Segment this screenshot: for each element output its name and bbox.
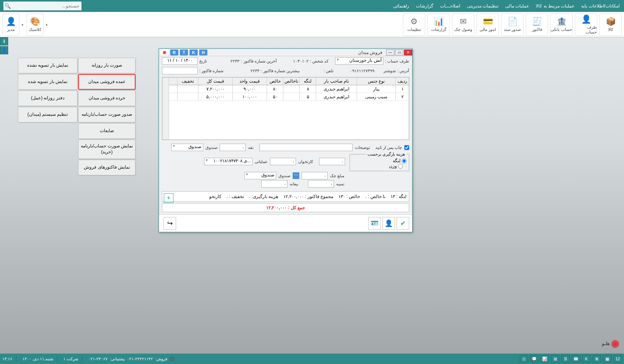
load-cost-group: هزینه بارگیری برحسب لنگه وزن bbox=[350, 152, 409, 171]
last-invoice-value: ۲۲۳۳ bbox=[230, 59, 239, 64]
load-cost-input[interactable]: . bbox=[319, 158, 345, 165]
footer-grid-icon[interactable]: ▦ bbox=[603, 355, 611, 363]
ribbon-button[interactable]: 👤طرف حساب bbox=[575, 13, 597, 36]
pos-input[interactable]: . bbox=[270, 158, 296, 165]
footer-f1-icon[interactable]: ☎ bbox=[572, 355, 580, 363]
grid-header-cell[interactable]: تخفیف bbox=[177, 77, 198, 85]
shortcut-chip[interactable]: T bbox=[180, 50, 188, 55]
footer-f4-icon[interactable]: 📊 bbox=[541, 355, 549, 363]
print-after-confirm-checkbox[interactable] bbox=[404, 145, 409, 150]
shortcut-chip[interactable]: H bbox=[199, 50, 207, 55]
user-icon[interactable]: 👤 bbox=[0, 46, 8, 54]
footer-cal-icon[interactable]: 12 bbox=[614, 355, 622, 363]
menu-item[interactable]: عملیات مالی bbox=[505, 3, 529, 9]
ribbon-button[interactable]: 📄صدور سند bbox=[501, 13, 523, 36]
ribbon-button[interactable]: 👤مدیر bbox=[2, 13, 19, 36]
table-row[interactable]: ۲سیب زمینیابراهیم حیدری۵۵۰۱۰۰,۰۰۰۵,۰۰۰,۰… bbox=[169, 93, 409, 101]
grid-header-cell[interactable]: لنگه bbox=[299, 77, 316, 85]
cheque-lookup-button[interactable]: ⋯ bbox=[293, 172, 299, 179]
search-icon[interactable]: 🔍 bbox=[3, 3, 12, 9]
grid-scrollbar[interactable] bbox=[162, 77, 169, 140]
grid-header-cell[interactable]: ردیف bbox=[395, 77, 409, 85]
customer-button[interactable]: 👤 bbox=[382, 217, 395, 230]
exit-button[interactable]: ↪ bbox=[163, 217, 176, 230]
cheque-input[interactable]: . bbox=[302, 172, 328, 179]
ribbon-button[interactable]: 📦کالا bbox=[599, 13, 622, 36]
by-weight-radio[interactable] bbox=[398, 164, 403, 169]
panel-button[interactable]: نمایش بار تسویه شده bbox=[18, 74, 77, 90]
grid-header-cell[interactable]: نام صاحب بار bbox=[316, 77, 357, 85]
grid-header-cell[interactable]: نوع جنس bbox=[357, 77, 395, 85]
grid-header-cell[interactable]: ناخالص bbox=[283, 77, 299, 85]
footer-f5-icon[interactable]: 💬 bbox=[530, 355, 538, 363]
panel-button[interactable]: صورت بار روزانه bbox=[78, 58, 136, 73]
footer-f3-icon[interactable]: ⊞ bbox=[551, 355, 559, 363]
invoice-no-input[interactable] bbox=[162, 67, 198, 74]
ribbon-label: فاکتور bbox=[532, 27, 542, 32]
by-lenge-radio[interactable] bbox=[402, 159, 407, 163]
footer-f2-icon[interactable]: 🗓 bbox=[561, 355, 570, 363]
ribbon-label: مدیر bbox=[7, 27, 15, 32]
ribbon-icon: 📦 bbox=[606, 17, 616, 26]
grid-header-cell[interactable]: خالص bbox=[267, 77, 283, 85]
person-code-label: کد شخص : bbox=[310, 59, 328, 64]
ribbon-icon: 🧾 bbox=[532, 17, 542, 26]
date-input[interactable]: ۱۴۰۰ / ۱۰ / ۱۱ bbox=[162, 57, 198, 65]
ribbon-label: کالا bbox=[608, 27, 613, 32]
close-icon[interactable]: ✕ bbox=[404, 50, 412, 55]
ribbon-button[interactable]: 🎨کلاسیک bbox=[26, 13, 44, 36]
operational-select[interactable]: ...ی ۱۰۰۲۱۸۱۷۴۷۴۰۸ bbox=[204, 158, 252, 165]
footer-doc-icon[interactable]: 🗎 bbox=[593, 355, 601, 363]
items-grid: ردیفنوع جنسنام صاحب بارلنگهناخالصخالصقیم… bbox=[162, 77, 409, 140]
menu-item[interactable]: عملیات مرتبط به کالا bbox=[536, 3, 574, 9]
grid-header-cell[interactable]: قیمت واحد bbox=[232, 77, 267, 85]
shortcut-chip[interactable]: R bbox=[170, 50, 178, 55]
ribbon-button[interactable]: ✉وصول چک bbox=[452, 13, 474, 36]
grid-header-cell[interactable]: قیمت کل bbox=[198, 77, 232, 85]
footer-headset-icon: 🎧 bbox=[169, 357, 175, 361]
ribbon-button[interactable]: 🏦حساب بانکی bbox=[550, 13, 573, 36]
total-invoice: مجموع فاکتور : ۱۲,۲۰۰,۰۰۰ bbox=[283, 194, 333, 199]
nesie-input[interactable]: . bbox=[308, 180, 334, 188]
panel-button[interactable]: ضایعات bbox=[78, 123, 136, 139]
sandogh2-select[interactable]: صندوق bbox=[244, 172, 276, 179]
footer-k-icon[interactable]: K bbox=[582, 355, 590, 363]
account-select[interactable]: آتش باز خوزستان bbox=[335, 57, 383, 65]
search-box: 🔍 bbox=[3, 1, 82, 11]
add-row-button[interactable]: + bbox=[164, 193, 173, 203]
menu-item[interactable]: اصلاحـــات bbox=[440, 3, 460, 9]
grid-cell: ۵,۰۰۰,۰۰۰ bbox=[198, 93, 232, 100]
panel-button[interactable]: تنظیم سیستم (میدان) bbox=[18, 107, 77, 122]
panel-button[interactable]: نمایش فاکتورهای فروش bbox=[78, 160, 136, 175]
ribbon-button[interactable]: ⚙تنظیمات bbox=[403, 13, 425, 36]
ribbon-button[interactable]: 🧾فاکتور bbox=[526, 13, 548, 36]
footer-f6-icon[interactable]: ⎙ bbox=[520, 355, 528, 363]
search-input[interactable] bbox=[12, 1, 82, 10]
panel-button[interactable]: نمایش صورت حساب/بارنامه (خرید) bbox=[78, 140, 136, 159]
menu-item[interactable]: راهنمائی bbox=[393, 3, 409, 9]
menu-item[interactable]: تنظیمات مدیریتی bbox=[467, 3, 499, 9]
sandogh1-label: صندوق bbox=[206, 145, 217, 150]
confirm-button[interactable]: ✔ bbox=[397, 217, 409, 230]
deposit-input[interactable]: . bbox=[261, 180, 287, 188]
status-bar: 12 ▦ 🗎 K ☎ 🗓 ⊞ 📊 💬 ⎙ 🎧 فروش: ۰۲۱-۲۲۲۲۱۱۴… bbox=[0, 354, 624, 364]
brand-logo: ◉هلـو bbox=[602, 338, 620, 349]
panel-button[interactable]: خرده فروشی میدان bbox=[78, 90, 136, 106]
minimize-icon[interactable]: — bbox=[386, 50, 394, 55]
shortcut-chip[interactable]: K bbox=[190, 50, 198, 55]
maximize-icon[interactable]: ▭ bbox=[395, 50, 403, 55]
ribbon-button[interactable]: 💳امور مالی bbox=[477, 13, 499, 36]
menu-item[interactable]: گزارشات bbox=[416, 3, 433, 9]
panel-button[interactable]: دفتر روزانه (عمل) bbox=[18, 90, 77, 106]
table-row[interactable]: ۱پیازابراهیم حیدری۸۸۰۹۰,۰۰۰۷,۲۰۰,۰۰۰ bbox=[169, 85, 409, 93]
description-input[interactable] bbox=[260, 144, 353, 151]
panel-button[interactable]: صدور صورت حساب/بارنامه bbox=[78, 107, 136, 122]
info-icon[interactable]: ℹ bbox=[0, 37, 8, 45]
menu-item[interactable]: امکانات/اطلاعات پایه bbox=[581, 3, 620, 9]
card-button[interactable]: 🪪 bbox=[368, 217, 381, 230]
sandogh1-select[interactable]: صندوق bbox=[171, 144, 203, 151]
panel-button[interactable]: عمده فروشی میدان bbox=[78, 74, 136, 90]
panel-button[interactable]: نمایش بار تسویه نشده bbox=[18, 58, 77, 73]
ribbon-button[interactable]: 📊گزارشات bbox=[427, 13, 450, 36]
cash-input[interactable]: . bbox=[220, 144, 246, 151]
